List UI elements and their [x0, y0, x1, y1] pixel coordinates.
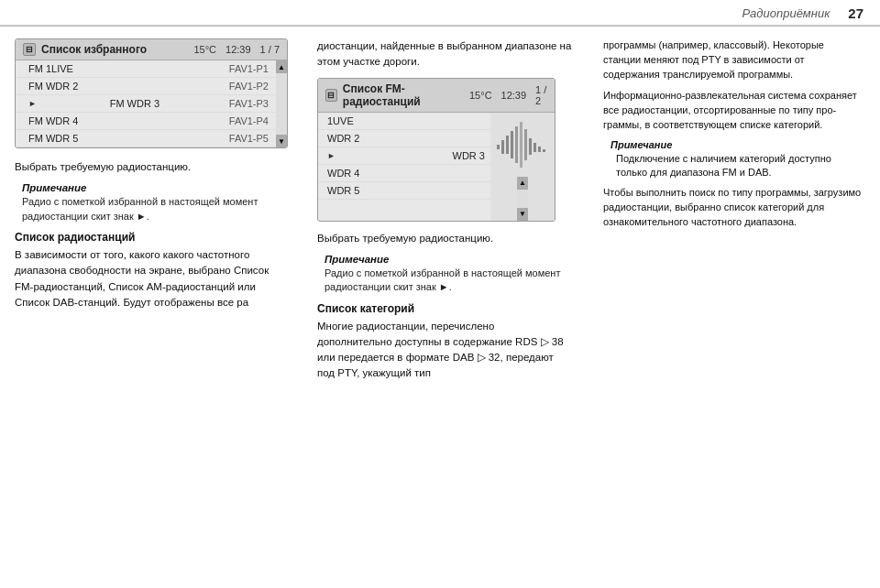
svg-rect-1 — [501, 140, 504, 154]
fm-widget-meta: 15°C 12:39 1 / 2 — [469, 84, 547, 106]
fav-label: FAV1-P3 — [229, 98, 269, 109]
left-note-text: Радио с пометкой избранной в настоящей м… — [22, 195, 288, 223]
fm-scroll-down[interactable]: ▼ — [517, 208, 528, 221]
list-item[interactable]: FM WDR 2 FAV1-P2 — [16, 78, 276, 95]
fm-widget-temp: 15°C — [469, 90, 492, 101]
favorites-list: FM 1LIVE FAV1-P1 FM WDR 2 FAV1-P2 ► FM W… — [16, 60, 276, 147]
fav-label: FAV1-P5 — [229, 133, 269, 144]
svg-rect-8 — [534, 143, 536, 152]
station-name: FM WDR 5 — [28, 133, 78, 144]
list-item[interactable]: WDR 2 — [318, 130, 490, 147]
fm-scrollbar[interactable]: ▲ ▼ — [517, 177, 528, 221]
list-item[interactable]: 1UVE — [318, 113, 490, 130]
favorites-widget-nav: 1 / 7 — [260, 44, 280, 55]
svg-rect-5 — [520, 122, 522, 168]
left-section-text: В зависимости от того, какого какого час… — [15, 247, 288, 310]
right-note-title: Примечание — [610, 139, 864, 150]
station-name: FM WDR 2 — [28, 81, 78, 92]
fav-label: FAV1-P4 — [229, 115, 269, 126]
fm-widget-nav: 1 / 2 — [535, 84, 547, 106]
left-main-text: Выбрать требуемую радиостан­цию. — [15, 159, 288, 175]
fm-widget-title: Список FM-радиостанций — [343, 82, 469, 108]
fm-station-name: WDR 3 — [453, 150, 485, 161]
list-item[interactable]: FM 1LIVE FAV1-P1 — [16, 60, 276, 78]
list-item[interactable]: WDR 4 — [318, 165, 490, 182]
middle-main-text: Выбрать требуемую радиостан­цию. — [317, 231, 572, 246]
svg-rect-7 — [529, 138, 532, 155]
fm-widget-time: 12:39 — [501, 90, 527, 101]
scroll-down-button[interactable]: ▼ — [276, 135, 287, 147]
middle-note-text: Радио с пометкой избранной в настоящей м… — [324, 267, 572, 295]
left-column: ⊟ Список избранного 15°C 12:39 1 / 7 FM … — [0, 27, 302, 588]
fm-widget-title-area: ⊟ Список FM-радиостанций — [325, 82, 469, 108]
favorites-widget-header: ⊟ Список избранного 15°C 12:39 1 / 7 — [16, 39, 287, 60]
station-name: FM WDR 4 — [28, 115, 78, 126]
svg-rect-9 — [538, 147, 541, 152]
favorites-widget-title-area: ⊟ Список избранного — [23, 43, 147, 56]
right-text-1: программы (например, классовый). Некотор… — [603, 38, 864, 82]
fm-scroll-up[interactable]: ▲ — [517, 177, 528, 190]
scroll-up-button[interactable]: ▲ — [276, 60, 287, 73]
main-content: ⊟ Список избранного 15°C 12:39 1 / 7 FM … — [0, 27, 880, 588]
waveform-svg — [495, 113, 550, 177]
fm-station-name: WDR 2 — [327, 133, 359, 144]
station-name: FM 1LIVE — [28, 63, 73, 74]
list-item[interactable]: WDR 5 — [318, 182, 490, 200]
waveform-area: ▲ ▼ — [490, 113, 555, 221]
fm-list-container: 1UVE WDR 2 ► WDR 3 WDR 4 WDR 5 — [318, 113, 555, 221]
middle-note: Примечание Радио с пометкой избранной в … — [324, 254, 572, 295]
right-text-3: Чтобы выполнить поиск по типу программы,… — [603, 186, 864, 230]
list-item[interactable]: FM WDR 4 FAV1-P4 — [16, 113, 276, 130]
fav-label: FAV1-P2 — [229, 81, 269, 92]
fm-widget: ⊟ Список FM-радиостанций 15°C 12:39 1 / … — [317, 78, 556, 222]
right-text-2: Информационно-развлекательная система со… — [603, 89, 864, 133]
back-icon[interactable]: ⊟ — [23, 43, 36, 56]
scrollbar[interactable]: ▲ ▼ — [276, 60, 287, 147]
page-header: Радиоприёмник 27 — [0, 0, 880, 26]
middle-intro-text: диостанции, найденные в выбран­ном диапа… — [317, 38, 572, 71]
fm-widget-header: ⊟ Список FM-радиостанций 15°C 12:39 1 / … — [318, 79, 555, 113]
middle-note-title: Примечание — [324, 254, 572, 265]
header-divider — [0, 26, 880, 27]
right-note-1: Примечание Подключение с наличием катего… — [610, 139, 864, 180]
right-note-text: Подключение с наличием категорий доступн… — [616, 152, 864, 180]
chapter-title: Радиоприёмник — [742, 6, 830, 20]
playing-icon-fm: ► — [327, 151, 336, 160]
svg-rect-4 — [515, 126, 518, 163]
fm-station-name: WDR 5 — [327, 185, 359, 196]
svg-rect-3 — [511, 131, 513, 158]
fm-station-name: 1UVE — [327, 115, 354, 126]
fm-list: 1UVE WDR 2 ► WDR 3 WDR 4 WDR 5 — [318, 113, 490, 221]
middle-column: диостанции, найденные в выбран­ном диапа… — [302, 27, 587, 588]
list-item[interactable]: FM WDR 5 FAV1-P5 — [16, 130, 276, 147]
right-column: программы (например, классовый). Некотор… — [587, 27, 880, 588]
left-note: Примечание Радио с пометкой избранной в … — [22, 182, 288, 223]
favorites-widget-time: 12:39 — [226, 44, 251, 55]
left-section-heading: Список радиостанций — [15, 231, 288, 244]
fav-label: FAV1-P1 — [229, 63, 269, 74]
favorites-widget-temp: 15°C — [193, 44, 216, 55]
list-item[interactable]: ► FM WDR 3 FAV1-P3 — [16, 95, 276, 113]
favorites-widget: ⊟ Список избранного 15°C 12:39 1 / 7 FM … — [15, 38, 288, 148]
svg-rect-2 — [506, 136, 509, 154]
favorites-widget-title: Список избранного — [41, 43, 147, 56]
svg-rect-10 — [543, 149, 545, 152]
middle-section-heading: Список категорий — [317, 302, 572, 315]
favorites-list-container: FM 1LIVE FAV1-P1 FM WDR 2 FAV1-P2 ► FM W… — [16, 60, 287, 147]
back-icon-fm[interactable]: ⊟ — [325, 89, 337, 102]
playing-icon: ► — [28, 99, 37, 108]
fm-station-name: WDR 4 — [327, 168, 359, 179]
svg-rect-0 — [497, 145, 500, 149]
left-note-title: Примечание — [22, 182, 288, 193]
middle-section-text: Многие радиостанции, перечис­лено дополн… — [317, 319, 572, 382]
station-name: FM WDR 3 — [110, 98, 160, 109]
list-item[interactable]: ► WDR 3 — [318, 147, 490, 165]
favorites-widget-meta: 15°C 12:39 1 / 7 — [193, 44, 280, 55]
svg-rect-6 — [524, 129, 527, 160]
page-number: 27 — [848, 5, 864, 21]
